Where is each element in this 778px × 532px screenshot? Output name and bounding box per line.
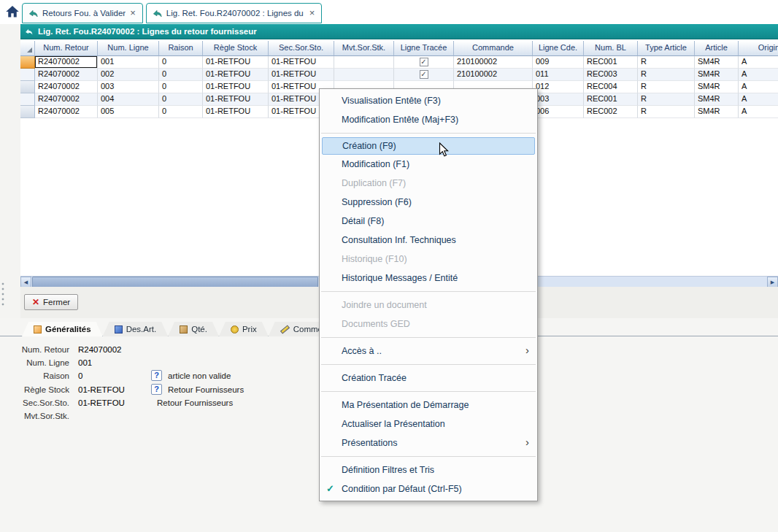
column-header-mvt-sor-stk[interactable]: Mvt.Sor.Stk. xyxy=(334,41,394,56)
tab-generalites[interactable]: Généralités xyxy=(22,322,103,336)
tab-qte[interactable]: Qté. xyxy=(168,322,219,336)
menu-item-condition-par-defaut[interactable]: ✓ Condition par Défaut (Ctrl-F5) xyxy=(320,479,537,498)
cell[interactable]: 0 xyxy=(159,69,203,81)
cell[interactable]: 01-RETFOU xyxy=(203,56,269,69)
cell[interactable]: 0 xyxy=(159,106,203,118)
column-header-ligne-tracee[interactable]: Ligne Tracée xyxy=(394,41,454,56)
cell[interactable]: R xyxy=(638,93,695,106)
cell[interactable]: 01-RETFOU xyxy=(269,69,334,81)
cell[interactable]: 0 xyxy=(159,81,203,93)
cell[interactable]: R xyxy=(638,106,695,118)
cell[interactable]: R xyxy=(638,69,695,81)
cell[interactable]: 012 xyxy=(533,81,584,93)
menu-item-ma-presentation-de-demarrage[interactable]: Ma Présentation de Démarrage xyxy=(320,396,537,415)
cell[interactable] xyxy=(334,69,394,81)
cell[interactable]: 004 xyxy=(98,93,159,106)
cell[interactable]: 005 xyxy=(98,106,159,118)
column-header-num-bl[interactable]: Num. BL xyxy=(584,41,638,56)
checkbox-checked-icon[interactable]: ✓ xyxy=(420,70,428,79)
cell[interactable]: R xyxy=(638,56,695,69)
splitter-handle[interactable] xyxy=(1,282,5,308)
cell[interactable]: 01-RETFOU xyxy=(203,81,269,93)
tab-close-icon[interactable]: × xyxy=(129,9,136,18)
menu-item-historique-messages-entite[interactable]: Historique Messages / Entité xyxy=(320,269,537,288)
cell[interactable]: REC001 xyxy=(584,56,638,69)
cell-ligne-tracee[interactable]: ✓ xyxy=(394,69,454,81)
cell[interactable]: REC003 xyxy=(584,69,638,81)
scroll-right-icon[interactable]: ▶ xyxy=(767,277,778,288)
cell[interactable]: 0 xyxy=(159,93,203,106)
cell[interactable]: R xyxy=(638,81,695,93)
cell[interactable]: 001 xyxy=(98,56,159,69)
cell[interactable]: 003 xyxy=(533,93,584,106)
cell[interactable]: SM4R xyxy=(695,56,739,69)
column-header-num-retour[interactable]: Num. Retour xyxy=(35,41,98,56)
row-selector[interactable] xyxy=(20,81,35,93)
cell[interactable]: SM4R xyxy=(695,106,739,118)
cell[interactable]: R24070002 xyxy=(35,56,98,69)
tab-close-icon[interactable]: × xyxy=(309,9,316,18)
checkbox-checked-icon[interactable]: ✓ xyxy=(420,58,428,66)
cell[interactable]: 210100002 xyxy=(454,69,533,81)
table-row[interactable]: R24070002 001 0 01-RETFOU 01-RETFOU ✓ 21… xyxy=(20,56,778,69)
cell[interactable]: SM4R xyxy=(695,93,739,106)
row-selector[interactable] xyxy=(20,93,35,106)
menu-item-detail[interactable]: Détail (F8) xyxy=(320,212,537,231)
menu-item-presentations[interactable]: Présentations › xyxy=(320,433,537,452)
menu-item-visualisation-entete[interactable]: Visualisation Entête (F3) xyxy=(320,91,537,110)
menu-item-definition-filtres-et-tris[interactable]: Définition Filtres et Tris xyxy=(320,460,537,479)
cell[interactable]: 009 xyxy=(533,56,584,69)
grid-corner-cell[interactable] xyxy=(20,41,35,56)
row-selector-current[interactable] xyxy=(20,56,35,69)
table-row[interactable]: R24070002 002 0 01-RETFOU 01-RETFOU ✓ 21… xyxy=(20,69,778,81)
cell[interactable]: 01-RETFOU xyxy=(269,56,334,69)
cell[interactable]: 003 xyxy=(98,81,159,93)
column-header-article[interactable]: Article xyxy=(695,41,739,56)
cell[interactable]: REC001 xyxy=(584,93,638,106)
tab-des-art[interactable]: Des.Art. xyxy=(103,322,169,336)
cell[interactable]: 006 xyxy=(533,106,584,118)
column-header-type-article[interactable]: Type Article xyxy=(638,41,695,56)
cell[interactable]: 01-RETFOU xyxy=(203,106,269,118)
cell[interactable]: R24070002 xyxy=(35,93,98,106)
cell[interactable]: A xyxy=(739,56,778,69)
cell[interactable]: 01-RETFOU xyxy=(203,69,269,81)
cell[interactable]: R24070002 xyxy=(35,69,98,81)
menu-item-acces-a[interactable]: Accès à .. › xyxy=(320,342,537,361)
menu-item-creation[interactable]: Création (F9) xyxy=(322,137,535,155)
cell[interactable]: R24070002 xyxy=(35,106,98,118)
menu-item-consultation-inf-techniques[interactable]: Consultation Inf. Techniques xyxy=(320,231,537,250)
menu-item-actualiser-la-presentation[interactable]: Actualiser la Présentation xyxy=(320,415,537,433)
close-view-button[interactable]: ✕ Fermer xyxy=(24,294,78,310)
cell[interactable]: SM4R xyxy=(695,81,739,93)
cell[interactable]: 011 xyxy=(533,69,584,81)
cell[interactable]: REC004 xyxy=(584,81,638,93)
menu-item-modification-entete[interactable]: Modification Entête (Maj+F3) xyxy=(320,110,537,129)
menu-item-suppression[interactable]: Suppression (F6) xyxy=(320,193,537,212)
cell[interactable]: SM4R xyxy=(695,69,739,81)
home-icon[interactable] xyxy=(5,4,20,19)
row-selector[interactable] xyxy=(20,69,35,81)
cell[interactable]: A xyxy=(739,93,778,106)
cell[interactable]: A xyxy=(739,106,778,118)
column-header-ligne-cde[interactable]: Ligne Cde. xyxy=(533,41,584,56)
lookup-help-icon[interactable]: ? xyxy=(151,370,162,381)
tab-retours-fou-a-valider[interactable]: Retours Fou. à Valider × xyxy=(22,3,143,23)
cell[interactable]: REC002 xyxy=(584,106,638,118)
cell[interactable]: R24070002 xyxy=(35,81,98,93)
menu-item-creation-tracee[interactable]: Création Tracée xyxy=(320,369,537,388)
row-selector[interactable] xyxy=(20,106,35,118)
cell-ligne-tracee[interactable]: ✓ xyxy=(394,56,454,69)
tab-prix[interactable]: Prix xyxy=(219,322,269,336)
column-header-origine[interactable]: Origine xyxy=(739,41,778,56)
scroll-left-icon[interactable]: ◀ xyxy=(20,277,31,288)
column-header-commande[interactable]: Commande xyxy=(454,41,533,56)
cell[interactable]: A xyxy=(739,69,778,81)
cell[interactable]: 0 xyxy=(159,56,203,69)
menu-item-modification[interactable]: Modification (F1) xyxy=(320,155,537,174)
cell[interactable]: 01-RETFOU xyxy=(203,93,269,106)
column-header-sec-sor-sto[interactable]: Sec.Sor.Sto. xyxy=(269,41,334,56)
lookup-help-icon[interactable]: ? xyxy=(151,384,162,395)
column-header-raison[interactable]: Raison xyxy=(159,41,203,56)
tab-lignes-retour-fournisseur[interactable]: Lig. Ret. Fou.R24070002 : Lignes du reto… xyxy=(146,3,323,23)
